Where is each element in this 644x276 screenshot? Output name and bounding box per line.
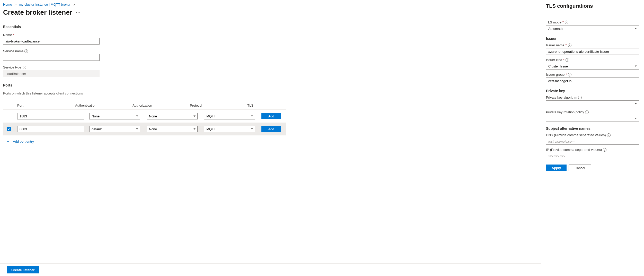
add-port-entry-button[interactable]: ＋ Add port entry — [3, 135, 286, 147]
info-icon[interactable]: i — [578, 96, 582, 99]
info-icon[interactable]: i — [566, 58, 569, 62]
create-listener-button[interactable]: Create listener — [7, 266, 39, 273]
tls-config-panel: TLS configurations TLS mode * i Automati… — [541, 0, 644, 276]
ports-table-header: Port Authentication Authorization Protoc… — [3, 101, 286, 110]
info-icon[interactable]: i — [585, 110, 589, 114]
apply-button[interactable]: Apply — [546, 165, 567, 171]
proto-select[interactable]: MQTT — [204, 113, 255, 119]
service-name-label: Service name — [3, 49, 23, 53]
required-asterisk: * — [562, 20, 564, 24]
col-header-auth: Authentication — [75, 104, 133, 107]
ports-heading: Ports — [3, 83, 536, 87]
proto-select[interactable]: MQTT — [204, 126, 255, 132]
service-type-input — [3, 70, 100, 77]
breadcrumb-sep: > — [14, 3, 16, 6]
issuer-name-label: Issuer name — [546, 43, 564, 47]
tls-mode-label: TLS mode — [546, 20, 561, 24]
san-dns-input[interactable] — [546, 138, 639, 145]
issuer-kind-label: Issuer kind — [546, 58, 562, 62]
check-icon — [7, 127, 11, 131]
col-header-authz: Authorization — [133, 104, 190, 107]
issuer-kind-select[interactable]: Cluster Issuer — [546, 63, 639, 70]
san-ip-input[interactable] — [546, 153, 639, 159]
pk-rotation-select[interactable] — [546, 115, 639, 122]
required-asterisk: * — [566, 43, 567, 47]
issuer-name-input[interactable] — [546, 48, 639, 55]
more-actions-icon[interactable]: ··· — [76, 10, 81, 15]
tls-add-button[interactable]: Add — [261, 113, 281, 119]
add-port-entry-label: Add port entry — [13, 140, 34, 143]
info-icon[interactable]: i — [568, 73, 571, 76]
table-row[interactable]: default None MQTT — [3, 123, 286, 135]
san-heading: Subject alternative names — [546, 126, 639, 131]
info-icon[interactable]: i — [24, 49, 28, 53]
pk-algo-label: Private key algorithm — [546, 96, 577, 99]
private-key-heading: Private key — [546, 89, 639, 93]
service-type-label: Service type — [3, 65, 22, 69]
tls-panel-title: TLS configurations — [546, 3, 639, 9]
port-input[interactable] — [17, 126, 84, 132]
name-input[interactable] — [3, 38, 100, 45]
service-name-input[interactable] — [3, 54, 100, 61]
name-field: Name * — [3, 33, 536, 45]
col-header-tls: TLS — [247, 104, 286, 107]
pk-rotation-label: Private key rotation policy — [546, 110, 584, 114]
col-header-proto: Protocol — [190, 104, 247, 107]
footer-bar: Create listener — [0, 263, 541, 276]
issuer-group-input[interactable] — [546, 77, 639, 84]
name-label: Name — [3, 33, 12, 37]
required-asterisk: * — [563, 58, 564, 62]
main-panel: Home > my-cluster-instance | MQTT broker… — [0, 0, 541, 276]
ports-description: Ports on which this listener accepts cli… — [3, 91, 536, 95]
auth-select[interactable]: None — [89, 113, 140, 119]
pk-algo-select[interactable] — [546, 100, 639, 107]
tls-add-button[interactable]: Add — [261, 126, 281, 132]
san-dns-label: DNS (Provide comma separated values) — [546, 133, 606, 137]
authz-select[interactable]: None — [147, 113, 198, 119]
info-icon[interactable]: i — [607, 133, 611, 137]
info-icon[interactable]: i — [568, 44, 571, 47]
table-row[interactable]: None None MQTT — [3, 110, 286, 123]
port-input[interactable] — [17, 113, 84, 119]
info-icon[interactable]: i — [23, 66, 26, 69]
essentials-heading: Essentials — [3, 25, 536, 29]
info-icon[interactable]: i — [603, 148, 606, 152]
cancel-button[interactable]: Cancel — [569, 165, 591, 171]
san-ip-label: IP (Provide comma separated values) — [546, 148, 602, 152]
breadcrumb-sep-2: > — [73, 3, 75, 6]
issuer-heading: Issuer — [546, 37, 639, 41]
issuer-group-label: Issuer group — [546, 73, 564, 76]
breadcrumb: Home > my-cluster-instance | MQTT broker… — [3, 3, 536, 6]
required-asterisk: * — [13, 33, 14, 37]
breadcrumb-cluster[interactable]: my-cluster-instance | MQTT broker — [19, 3, 70, 6]
page-title: Create broker listener ··· — [3, 8, 536, 16]
row-checkbox[interactable] — [7, 127, 11, 131]
breadcrumb-home[interactable]: Home — [3, 3, 12, 6]
plus-icon: ＋ — [6, 139, 10, 144]
service-type-field: Service type i — [3, 65, 536, 77]
required-asterisk: * — [566, 73, 567, 76]
ports-table: Port Authentication Authorization Protoc… — [3, 101, 286, 147]
service-name-field: Service name i — [3, 49, 536, 61]
auth-select[interactable]: default — [89, 126, 140, 132]
col-header-port: Port — [3, 104, 75, 107]
page-title-text: Create broker listener — [3, 8, 72, 16]
authz-select[interactable]: None — [147, 126, 198, 132]
tls-panel-footer: Apply Cancel — [546, 162, 639, 174]
tls-mode-select[interactable]: Automatic — [546, 25, 639, 32]
info-icon[interactable]: i — [565, 21, 568, 24]
